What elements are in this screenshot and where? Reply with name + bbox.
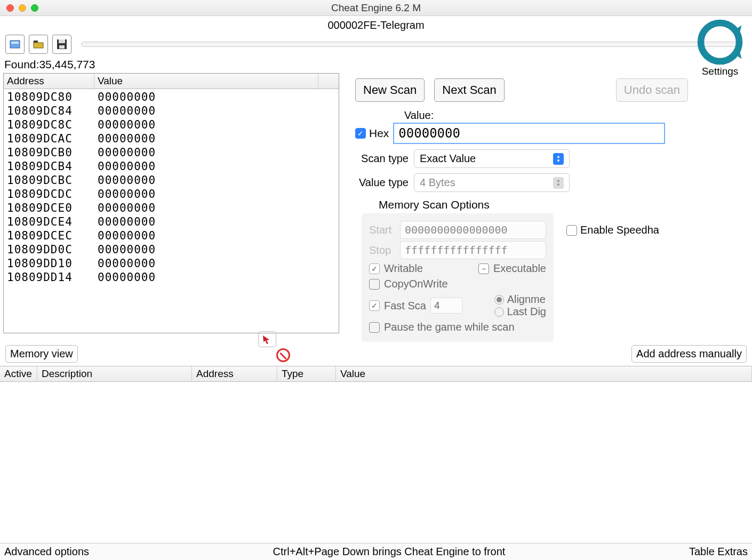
svg-point-6 xyxy=(701,23,739,61)
close-window-button[interactable] xyxy=(6,4,14,12)
results-row[interactable]: 10809DCB400000000 xyxy=(4,159,339,173)
scan-type-label: Scan type xyxy=(355,153,409,165)
enable-speedhack-label: Enable Speedha xyxy=(580,224,659,236)
results-row[interactable]: 10809DCEC00000000 xyxy=(4,229,339,243)
fastscan-checkbox[interactable]: ✓ xyxy=(369,300,380,311)
results-row[interactable]: 10809DCAC00000000 xyxy=(4,132,339,146)
zoom-window-button[interactable] xyxy=(31,4,38,12)
value-type-label: Value type xyxy=(355,177,409,189)
memory-view-button[interactable]: Memory view xyxy=(5,345,78,363)
minimize-window-button[interactable] xyxy=(19,4,26,12)
svg-rect-1 xyxy=(11,42,19,44)
process-name-label: 000002FE-Telegram xyxy=(0,16,752,33)
table-extras-button[interactable]: Table Extras xyxy=(689,546,748,558)
range-stop-input[interactable] xyxy=(400,241,546,259)
results-header-value[interactable]: Value xyxy=(94,74,318,89)
results-row[interactable]: 10809DD1000000000 xyxy=(4,257,339,270)
writable-checkbox[interactable]: ✓ xyxy=(369,263,380,274)
header-type[interactable]: Type xyxy=(277,366,336,381)
hex-label: Hex xyxy=(369,127,389,140)
copyonwrite-label: CopyOnWrite xyxy=(384,278,448,290)
svg-rect-2 xyxy=(34,41,38,43)
range-start-input[interactable] xyxy=(400,221,546,239)
scan-progress-bar xyxy=(81,42,741,47)
copyonwrite-checkbox[interactable] xyxy=(369,279,380,290)
results-header: Address Value xyxy=(4,74,339,89)
pause-label: Pause the game while scan xyxy=(384,321,515,333)
logo-area: Settings xyxy=(688,18,752,77)
results-row[interactable]: 10809DCBC00000000 xyxy=(4,173,339,187)
cheat-table-header: Active Description Address Type Value xyxy=(0,366,752,382)
chevron-updown-icon: ▲▼ xyxy=(553,153,564,165)
results-row[interactable]: 10809DC8000000000 xyxy=(4,90,339,104)
save-file-button[interactable] xyxy=(52,35,71,54)
enable-speedhack-row: Enable Speedha xyxy=(566,224,659,236)
alignment-radio[interactable] xyxy=(494,295,504,305)
advanced-options-button[interactable]: Advanced options xyxy=(4,546,89,558)
chevron-updown-icon: ▲▼ xyxy=(553,177,564,189)
results-row[interactable]: 10809DC8C00000000 xyxy=(4,118,339,132)
header-address[interactable]: Address xyxy=(192,366,277,381)
new-scan-button[interactable]: New Scan xyxy=(355,78,425,102)
cheat-engine-logo-icon xyxy=(693,18,747,66)
results-row[interactable]: 10809DCB000000000 xyxy=(4,146,339,159)
scan-results-list[interactable]: Address Value 10809DC800000000010809DC84… xyxy=(3,73,339,333)
svg-rect-5 xyxy=(59,45,65,49)
pointer-arrow-button[interactable] xyxy=(258,331,276,347)
footer: Advanced options Ctrl+Alt+Page Down brin… xyxy=(0,543,752,560)
pause-while-scan-checkbox[interactable] xyxy=(369,322,380,333)
value-type-select[interactable]: 4 Bytes ▲▼ xyxy=(414,173,570,192)
found-count-label: Found:35,445,773 xyxy=(0,56,752,73)
toolbar xyxy=(0,33,752,56)
header-description[interactable]: Description xyxy=(37,366,192,381)
scan-value-input[interactable] xyxy=(393,123,665,144)
titlebar: Cheat Engine 6.2 M xyxy=(0,0,752,16)
stop-label: Stop xyxy=(369,244,395,257)
svg-rect-4 xyxy=(59,39,65,43)
results-row[interactable]: 10809DCE000000000 xyxy=(4,201,339,215)
window-title: Cheat Engine 6.2 M xyxy=(0,2,752,14)
writable-label: Writable xyxy=(384,262,423,275)
open-file-button[interactable] xyxy=(29,35,48,54)
executable-checkbox[interactable]: − xyxy=(478,263,489,274)
results-row[interactable]: 10809DD1400000000 xyxy=(4,270,339,284)
last-digits-radio[interactable] xyxy=(494,307,504,317)
fastscan-label: Fast Sca xyxy=(384,300,426,312)
results-row[interactable]: 10809DC8400000000 xyxy=(4,104,339,118)
results-header-address[interactable]: Address xyxy=(4,74,94,89)
value-label: Value: xyxy=(404,109,752,122)
results-row[interactable]: 10809DD0C00000000 xyxy=(4,243,339,257)
add-address-manually-button[interactable]: Add address manually xyxy=(631,345,747,363)
results-row[interactable]: 10809DCE400000000 xyxy=(4,215,339,229)
memory-scan-options-title: Memory Scan Options xyxy=(379,198,752,211)
next-scan-button[interactable]: Next Scan xyxy=(434,78,505,102)
fastscan-value-input[interactable] xyxy=(430,298,462,314)
start-label: Start xyxy=(369,224,395,236)
memory-scan-options-panel: Start Stop ✓ Writable − Executable CopyO… xyxy=(362,213,554,342)
scan-type-select[interactable]: Exact Value ▲▼ xyxy=(414,149,570,168)
results-row[interactable]: 10809DCDC00000000 xyxy=(4,187,339,201)
enable-speedhack-checkbox[interactable] xyxy=(566,225,577,236)
executable-label: Executable xyxy=(493,262,546,275)
header-value[interactable]: Value xyxy=(336,366,752,381)
select-process-button[interactable] xyxy=(5,35,25,54)
undo-scan-button[interactable]: Undo scan xyxy=(616,78,688,102)
header-active[interactable]: Active xyxy=(0,366,37,381)
clear-list-icon[interactable] xyxy=(276,348,290,362)
footer-hint: Ctrl+Alt+Page Down brings Cheat Engine t… xyxy=(89,546,689,558)
hex-checkbox[interactable]: ✓ xyxy=(355,128,366,139)
cheat-table-body[interactable] xyxy=(0,382,752,489)
